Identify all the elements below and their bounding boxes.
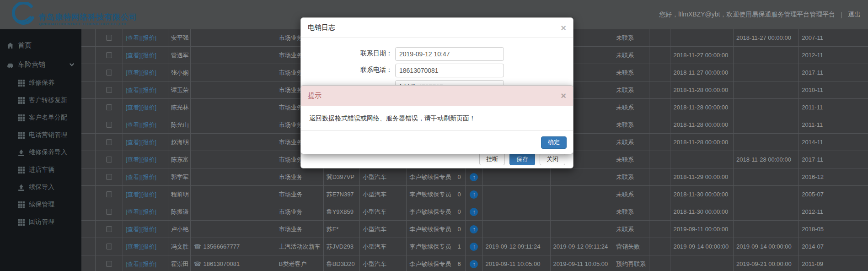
alert-close-icon[interactable]: × xyxy=(561,91,566,100)
cell-name: 赵海明 xyxy=(168,134,191,151)
sidebar-item[interactable]: 客户名单分配 xyxy=(0,109,81,126)
sidebar-item[interactable]: 首页 xyxy=(0,36,81,55)
sidebar-item[interactable]: 客户转移复新 xyxy=(0,92,81,109)
add-log-button[interactable]: ↑ xyxy=(470,190,478,199)
row-checkbox[interactable] xyxy=(106,122,112,128)
cell-spacer xyxy=(81,151,96,168)
sidebar-item[interactable]: 维修保养 xyxy=(0,74,81,92)
sidebar-item[interactable]: 续保导入 xyxy=(0,179,81,196)
cell-license-plate: 鲁BD3D20 xyxy=(324,255,360,271)
quote-link[interactable]: [报价] xyxy=(141,190,156,199)
sidebar-item[interactable]: 维修保养导入 xyxy=(0,144,81,161)
cell-actions: [查看][报价] xyxy=(123,116,168,133)
cell-status: 未联系 xyxy=(613,168,649,185)
sidebar-item[interactable]: 电话营销管理 xyxy=(0,126,81,144)
view-link[interactable]: [查看] xyxy=(126,51,141,60)
add-log-button[interactable]: ↑ xyxy=(470,260,478,268)
view-link[interactable]: [查看] xyxy=(126,243,141,251)
quote-link[interactable]: [报价] xyxy=(141,225,156,233)
quote-link[interactable]: [报价] xyxy=(141,138,156,146)
cell-appointment-date xyxy=(734,203,799,220)
quote-link[interactable]: [报价] xyxy=(141,34,156,42)
row-checkbox[interactable] xyxy=(106,35,112,41)
quote-link[interactable]: [报价] xyxy=(141,156,156,164)
close-button[interactable]: 关闭 xyxy=(540,153,565,165)
grid-icon xyxy=(17,114,25,122)
cell-name: 郭学军 xyxy=(168,168,191,185)
cell-checkbox xyxy=(96,47,123,64)
cell-status: 未联系 xyxy=(613,134,649,151)
view-link[interactable]: [查看] xyxy=(126,208,141,216)
sidebar-item[interactable]: 车险营销 xyxy=(0,55,81,74)
cell-vehicle-type: 小型汽车 xyxy=(360,186,407,203)
row-checkbox[interactable] xyxy=(106,191,112,197)
chevron-down-icon[interactable] xyxy=(69,61,75,68)
hangup-button[interactable]: 挂断 xyxy=(479,153,505,165)
cell-appointment-date xyxy=(734,186,799,203)
cell-assign-date: 2018-11-30 00:00:00 xyxy=(670,186,734,203)
quote-link[interactable]: [报价] xyxy=(141,121,156,129)
table-row: [查看][报价]郭学军市场业务冀D397VP小型汽车李卢敏续保专员0↑未联系20… xyxy=(81,168,868,186)
quote-link[interactable]: [报价] xyxy=(141,243,156,251)
quote-link[interactable]: [报价] xyxy=(141,173,156,181)
cell-phone xyxy=(191,29,276,46)
row-checkbox[interactable] xyxy=(106,104,112,110)
quote-link[interactable]: [报价] xyxy=(141,69,156,77)
cell-last-contact-time xyxy=(551,168,614,185)
cell-assign-date: 2018-11-28 00:00:00 xyxy=(670,81,734,98)
view-link[interactable]: [查看] xyxy=(126,86,141,94)
add-log-button[interactable]: ↑ xyxy=(470,173,478,181)
cell-appointment-date xyxy=(734,116,799,133)
contact-date-field[interactable] xyxy=(395,47,504,61)
view-link[interactable]: [查看] xyxy=(126,190,141,199)
quote-link[interactable]: [报价] xyxy=(141,86,156,94)
row-checkbox[interactable] xyxy=(106,139,112,145)
view-link[interactable]: [查看] xyxy=(126,103,141,112)
add-log-button[interactable]: ↑ xyxy=(470,225,478,233)
row-checkbox[interactable] xyxy=(106,174,112,180)
row-checkbox[interactable] xyxy=(106,70,112,76)
view-link[interactable]: [查看] xyxy=(126,156,141,164)
sidebar-item[interactable]: 续保管理 xyxy=(0,196,81,213)
view-link[interactable]: [查看] xyxy=(126,121,141,129)
cell-actions: [查看][报价] xyxy=(123,29,168,46)
quote-link[interactable]: [报价] xyxy=(141,103,156,112)
cell-last-contact-time xyxy=(551,221,614,238)
cell-empty xyxy=(649,151,671,168)
cell-status: 未联系 xyxy=(613,47,649,64)
view-link[interactable]: [查看] xyxy=(126,260,141,268)
cell-actions: [查看][报价] xyxy=(123,221,168,238)
row-checkbox[interactable] xyxy=(106,209,112,215)
cell-agent: 李卢敏续保专员 xyxy=(407,221,453,238)
grid-icon xyxy=(17,218,25,226)
contact-phone-field[interactable] xyxy=(395,64,504,77)
save-button[interactable]: 保存 xyxy=(509,153,535,165)
quote-link[interactable]: [报价] xyxy=(141,208,156,216)
cell-vehicle-type: 小型汽车 xyxy=(360,221,407,238)
cell-last-contact-time: 2019-09-12 09:11:24 xyxy=(551,238,614,255)
close-icon[interactable]: × xyxy=(561,23,566,33)
view-link[interactable]: [查看] xyxy=(126,138,141,146)
add-log-button[interactable]: ↑ xyxy=(470,243,478,251)
confirm-button[interactable]: 确定 xyxy=(541,136,567,149)
sidebar-item[interactable]: 回访管理 xyxy=(0,213,81,231)
logout-link[interactable]: 退出 xyxy=(848,11,861,19)
add-log-button[interactable]: ↑ xyxy=(470,208,478,216)
grid-icon xyxy=(17,166,25,174)
view-link[interactable]: [查看] xyxy=(126,173,141,181)
view-link[interactable]: [查看] xyxy=(126,225,141,233)
row-checkbox[interactable] xyxy=(106,52,112,58)
phone-icon: ☎ xyxy=(193,260,201,267)
row-checkbox[interactable] xyxy=(106,261,112,267)
cell-first-contact-time xyxy=(483,203,551,220)
quote-link[interactable]: [报价] xyxy=(141,51,156,60)
row-checkbox[interactable] xyxy=(106,157,112,163)
row-checkbox[interactable] xyxy=(106,244,112,249)
view-link[interactable]: [查看] xyxy=(126,69,141,77)
quote-link[interactable]: [报价] xyxy=(141,260,156,268)
cell-expire-date: 2018-05 xyxy=(799,221,868,238)
view-link[interactable]: [查看] xyxy=(126,34,141,42)
row-checkbox[interactable] xyxy=(106,226,112,232)
sidebar-item[interactable]: 进店车辆 xyxy=(0,161,81,179)
row-checkbox[interactable] xyxy=(106,87,112,93)
